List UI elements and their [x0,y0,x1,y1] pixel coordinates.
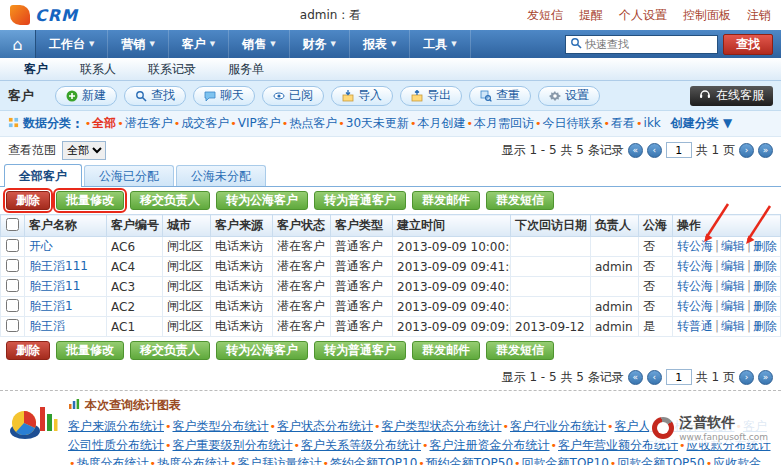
scope-select[interactable]: 全部 [62,141,106,160]
filter-link-0[interactable]: 全部 [92,116,116,130]
row-checkbox[interactable] [6,279,19,292]
action-to-public-sea[interactable]: 转为公海客户 [216,341,308,360]
filter-link-10[interactable]: ikk [644,116,661,130]
prev-page-button[interactable]: ‹ [647,370,662,385]
top-link-3[interactable]: 控制面板 [683,7,731,24]
toolbar-button-7[interactable]: 设置 [538,86,600,106]
top-link-2[interactable]: 个人设置 [619,7,667,24]
top-link-1[interactable]: 提醒 [579,7,603,24]
toolbar-button-5[interactable]: 导出 [400,86,462,106]
next-page-button[interactable]: › [739,143,754,158]
op-link-0[interactable]: 转公海 [677,239,713,253]
filter-link-3[interactable]: VIP客户 [238,116,281,130]
nav-item-1[interactable]: 营销▼ [108,30,168,58]
action-batch-edit[interactable]: 批量修改 [56,191,124,210]
customer-name-link[interactable]: 胎王滔1 [29,299,73,313]
nav-item-4[interactable]: 财务▼ [290,30,350,58]
stat-link-16[interactable]: 预约金额TOP50 [426,456,513,465]
op-link-0[interactable]: 转公海 [677,259,713,273]
select-all-checkbox[interactable] [6,218,19,231]
stat-link-8[interactable]: 客户关系等级分布统计 [301,438,421,452]
op-link-0[interactable]: 转普通 [677,319,713,333]
create-category-link[interactable]: 创建分类 ▼ [671,115,732,132]
first-page-button[interactable]: « [628,370,643,385]
last-page-button[interactable]: » [758,370,773,385]
subnav-item-2[interactable]: 联系记录 [132,58,212,80]
op-link-1[interactable]: 编辑 [721,299,745,313]
stat-link-12[interactable]: 热度分布统计 [77,456,149,465]
first-page-button[interactable]: « [628,143,643,158]
filter-link-9[interactable]: 看看 [611,116,635,130]
op-link-2[interactable]: 删除 [753,239,777,253]
row-checkbox[interactable] [6,259,19,272]
prev-page-button[interactable]: ‹ [647,143,662,158]
action-mass-email[interactable]: 群发邮件 [412,341,480,360]
row-checkbox[interactable] [6,319,19,332]
op-link-1[interactable]: 编辑 [721,319,745,333]
nav-item-3[interactable]: 销售▼ [229,30,289,58]
action-to-normal[interactable]: 转为普通客户 [314,191,406,210]
next-page-button[interactable]: › [739,370,754,385]
nav-item-5[interactable]: 报表▼ [350,30,410,58]
filter-link-2[interactable]: 成交客户 [181,116,229,130]
filter-link-6[interactable]: 本月创建 [418,116,466,130]
home-button[interactable]: ⌂ [0,30,36,58]
stat-link-15[interactable]: 签约金额TOP10 [330,456,417,465]
op-link-1[interactable]: 编辑 [721,239,745,253]
stat-link-13[interactable]: 热度分布统计 [157,456,229,465]
nav-item-0[interactable]: 工作台▼ [36,30,108,58]
nav-item-6[interactable]: 工具▼ [410,30,470,58]
search-button[interactable]: 查找 [723,34,773,55]
action-to-public-sea[interactable]: 转为公海客户 [216,191,308,210]
op-link-0[interactable]: 转公海 [677,279,713,293]
customer-name-link[interactable]: 开心 [29,239,53,253]
last-page-button[interactable]: » [758,143,773,158]
filter-link-8[interactable]: 今日待联系 [543,116,603,130]
tab-0[interactable]: 全部客户 [4,164,82,187]
op-link-2[interactable]: 删除 [753,279,777,293]
toolbar-button-4[interactable]: 导入 [331,86,393,106]
stat-link-14[interactable]: 客户拜访量统计 [238,456,322,465]
toolbar-button-1[interactable]: 查找 [124,86,186,106]
top-link-4[interactable]: 注销 [747,7,771,24]
stat-link-9[interactable]: 客户注册资金分布统计 [430,438,550,452]
action-to-normal[interactable]: 转为普通客户 [314,341,406,360]
action-mass-sms[interactable]: 群发短信 [486,191,554,210]
action-transfer-owner[interactable]: 移交负责人 [130,341,210,360]
row-checkbox[interactable] [6,239,19,252]
nav-item-2[interactable]: 客户▼ [169,30,229,58]
customer-name-link[interactable]: 胎王滔 [29,319,65,333]
stat-link-7[interactable]: 客户重要级别分布统计 [173,438,293,452]
action-mass-sms[interactable]: 群发短信 [486,341,554,360]
tab-2[interactable]: 公海未分配 [176,165,266,186]
stat-link-18[interactable]: 回款金额TOP50 [617,456,704,465]
online-service-button[interactable]: 在线客服 [690,86,773,106]
action-batch-edit[interactable]: 批量修改 [56,341,124,360]
toolbar-button-3[interactable]: 已阅 [262,86,324,106]
top-link-0[interactable]: 发短信 [527,7,563,24]
page-number-input[interactable] [666,369,692,385]
search-input[interactable] [585,38,713,51]
action-transfer-owner[interactable]: 移交负责人 [130,191,210,210]
filter-link-7[interactable]: 本月需回访 [474,116,534,130]
op-link-2[interactable]: 删除 [753,299,777,313]
op-link-1[interactable]: 编辑 [721,279,745,293]
stat-link-2[interactable]: 客户状态分布统计 [277,419,373,433]
filter-link-1[interactable]: 潜在客户 [125,116,173,130]
stat-link-3[interactable]: 客户类型状态分布统计 [382,419,502,433]
tab-1[interactable]: 公海已分配 [84,165,174,186]
op-link-2[interactable]: 删除 [753,319,777,333]
toolbar-button-2[interactable]: 聊天 [193,86,255,106]
stat-link-0[interactable]: 客户来源分布统计 [68,419,164,433]
stat-link-4[interactable]: 客户行业分布统计 [510,419,606,433]
action-delete[interactable]: 删除 [6,341,50,360]
filter-link-5[interactable]: 30天未更新 [346,116,409,130]
toolbar-button-0[interactable]: 新建 [55,86,117,106]
filter-link-4[interactable]: 热点客户 [289,116,337,130]
action-mass-email[interactable]: 群发邮件 [412,191,480,210]
row-checkbox[interactable] [6,299,19,312]
subnav-item-1[interactable]: 联系人 [64,58,132,80]
customer-name-link[interactable]: 胎王滔11 [29,279,80,293]
op-link-2[interactable]: 删除 [753,259,777,273]
stat-link-17[interactable]: 回款金额TOP10 [522,456,609,465]
